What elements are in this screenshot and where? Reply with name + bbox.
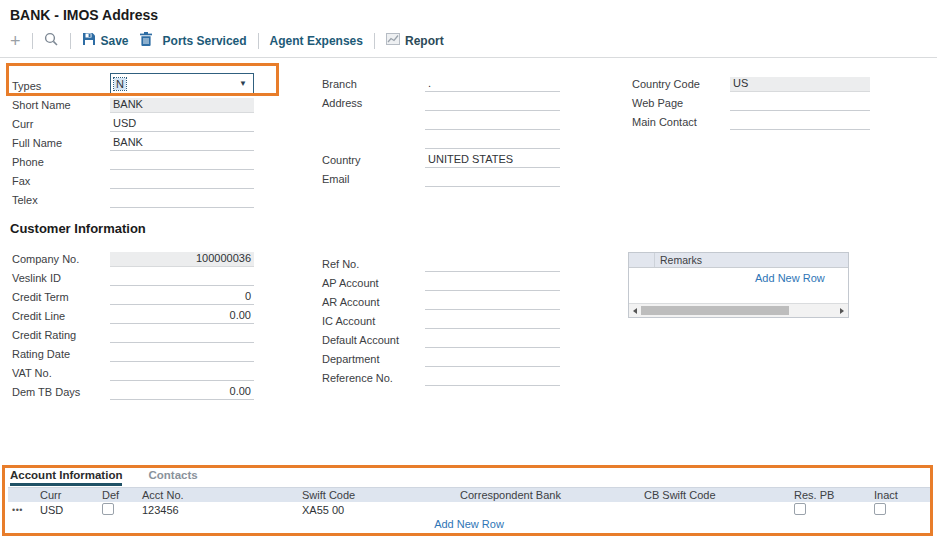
scrollbar-thumb[interactable] <box>641 306 789 315</box>
email-field[interactable] <box>425 172 560 187</box>
agent-expenses-button[interactable]: Agent Expenses <box>270 34 363 48</box>
save-label: Save <box>101 34 129 48</box>
credit-line-field[interactable]: 0.00 <box>110 309 254 324</box>
grid-header-row: Curr Def Acct No. Swift Code Corresponde… <box>8 487 930 502</box>
address-middle-column: Branch. Address CountryUNITED STATES Ema… <box>322 73 560 187</box>
col-header-acct-no[interactable]: Acct No. <box>138 489 298 501</box>
curr-label: Curr <box>12 118 110 132</box>
col-header-curr[interactable]: Curr <box>36 489 98 501</box>
types-label: Types <box>12 80 110 94</box>
country-field[interactable]: UNITED STATES <box>425 153 560 168</box>
telex-field[interactable] <box>110 193 254 208</box>
report-button[interactable]: Report <box>386 33 444 48</box>
fax-field[interactable] <box>110 174 254 189</box>
ports-serviced-button[interactable]: Ports Serviced <box>163 34 247 48</box>
branch-field[interactable]: . <box>425 77 560 92</box>
country-label: Country <box>322 154 425 168</box>
address-right-column: Country CodeUS Web Page Main Contact <box>632 73 870 130</box>
address-left-column: Types N ▼ Short NameBANK CurrUSD Full Na… <box>12 68 254 208</box>
country-code-field: US <box>730 77 870 92</box>
row-menu-icon[interactable]: ••• <box>8 505 36 515</box>
tab-contacts[interactable]: Contacts <box>148 469 197 486</box>
row-acct-no-cell[interactable]: 123456 <box>138 504 298 516</box>
ref-no-label: Ref No. <box>322 258 425 272</box>
remarks-add-new-row-link[interactable]: Add New Row <box>755 272 825 284</box>
col-header-swift-code[interactable]: Swift Code <box>298 489 456 501</box>
full-name-field[interactable]: BANK <box>110 136 254 151</box>
curr-field[interactable]: USD <box>110 117 254 132</box>
scroll-left-icon[interactable] <box>633 308 637 314</box>
types-dropdown[interactable]: N ▼ <box>110 73 254 94</box>
toolbar-separator <box>32 33 33 49</box>
ap-account-label: AP Account <box>322 277 425 291</box>
customer-information-heading: Customer Information <box>10 221 146 236</box>
rating-date-field[interactable] <box>110 347 254 362</box>
grid-add-new-row-link[interactable]: Add New Row <box>8 518 930 533</box>
credit-rating-label: Credit Rating <box>12 329 110 343</box>
remarks-header-row: Remarks <box>629 253 848 268</box>
address-line3-field[interactable] <box>425 134 560 149</box>
search-button[interactable] <box>44 32 59 50</box>
delete-button[interactable] <box>140 32 152 49</box>
reference-no-label: Reference No. <box>322 372 425 386</box>
remarks-grid: Remarks Add New Row <box>628 252 849 318</box>
trash-icon <box>140 32 152 49</box>
main-contact-field[interactable] <box>730 115 870 130</box>
col-header-correspondent-bank[interactable]: Correspondent Bank <box>456 489 640 501</box>
main-contact-label: Main Contact <box>632 116 730 130</box>
row-curr-cell[interactable]: USD <box>36 504 98 516</box>
telex-label: Telex <box>12 194 110 208</box>
col-header-cb-swift-code[interactable]: CB Swift Code <box>640 489 790 501</box>
address-line2-field[interactable] <box>425 115 560 130</box>
department-field[interactable] <box>425 352 560 367</box>
full-name-label: Full Name <box>12 137 110 151</box>
scroll-right-icon[interactable] <box>840 308 844 314</box>
row-swift-code-cell[interactable]: XA55 00 <box>298 504 456 516</box>
res-pb-checkbox[interactable] <box>794 503 806 515</box>
country-code-label: Country Code <box>632 78 730 92</box>
veslink-id-label: Veslink ID <box>12 272 110 286</box>
dem-tb-days-field[interactable]: 0.00 <box>110 385 254 400</box>
save-icon <box>82 32 96 49</box>
veslink-id-field[interactable] <box>110 271 254 286</box>
credit-rating-field[interactable] <box>110 328 254 343</box>
row-def-cell <box>98 503 138 517</box>
page-title: BANK - IMOS Address <box>10 7 158 23</box>
email-label: Email <box>322 173 425 187</box>
company-no-label: Company No. <box>12 253 110 267</box>
web-page-field[interactable] <box>730 96 870 111</box>
search-icon <box>44 32 59 50</box>
add-button[interactable]: + <box>10 33 21 49</box>
remarks-body: Add New Row <box>629 268 848 303</box>
row-inact-cell <box>870 503 930 517</box>
address-spacer-label <box>322 147 425 149</box>
ar-account-field[interactable] <box>425 295 560 310</box>
types-value: N <box>114 78 126 90</box>
tab-account-information[interactable]: Account Information <box>10 469 122 486</box>
def-checkbox[interactable] <box>102 503 114 515</box>
ap-account-field[interactable] <box>425 276 560 291</box>
report-chart-icon <box>386 33 400 48</box>
types-field-row: Types N ▼ <box>12 68 254 94</box>
remarks-handle-column <box>629 253 655 267</box>
address-line1-field[interactable] <box>425 96 560 111</box>
remarks-horizontal-scrollbar[interactable] <box>629 303 848 317</box>
credit-term-field[interactable]: 0 <box>110 290 254 305</box>
chevron-down-icon: ▼ <box>239 79 247 88</box>
report-label: Report <box>405 34 444 48</box>
department-label: Department <box>322 353 425 367</box>
ic-account-field[interactable] <box>425 314 560 329</box>
default-account-field[interactable] <box>425 333 560 348</box>
short-name-field: BANK <box>110 98 254 113</box>
col-header-inact[interactable]: Inact <box>870 489 930 501</box>
col-header-res-pb[interactable]: Res. PB <box>790 489 870 501</box>
save-button[interactable]: Save <box>82 32 129 49</box>
toolbar-separator <box>70 33 71 49</box>
vat-no-field[interactable] <box>110 366 254 381</box>
inact-checkbox[interactable] <box>874 503 886 515</box>
bottom-tabs: Account Information Contacts <box>10 469 198 486</box>
col-header-def[interactable]: Def <box>98 489 138 501</box>
phone-field[interactable] <box>110 155 254 170</box>
reference-no-field[interactable] <box>425 371 560 386</box>
ref-no-field[interactable] <box>425 257 560 272</box>
